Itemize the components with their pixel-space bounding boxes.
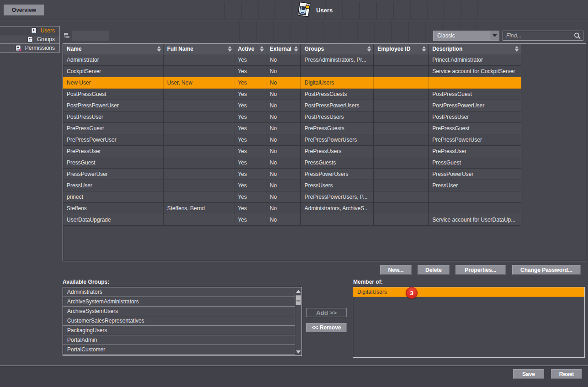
table-row[interactable]: PrePressUserYesNoPrePressUsersPrePressUs… — [63, 146, 521, 157]
table-row[interactable]: SteffensSteffens, BerndYesNoAdministrato… — [63, 203, 521, 214]
cell-active: Yes — [234, 100, 266, 111]
cell-active: Yes — [234, 54, 266, 66]
cell-description: Service account for UserDataUp... — [429, 214, 521, 226]
scroll-down-icon[interactable] — [295, 349, 302, 355]
cell-active: Yes — [234, 66, 266, 77]
list-item[interactable]: ArchiveSystemAdministrators — [63, 297, 295, 307]
cell-description: PressPowerUser — [429, 169, 521, 180]
list-item[interactable]: PortalAdmin — [63, 335, 295, 345]
sidebar-item-groups[interactable]: Groups — [0, 35, 59, 44]
table-row[interactable]: PressUserYesNoPressUsersPressUser — [63, 180, 521, 191]
cell-groups: PressUsers — [301, 180, 374, 191]
cell-full_name — [164, 146, 234, 157]
cell-employee_id — [374, 214, 429, 226]
table-row[interactable]: PrePressGuestYesNoPrePressGuestsPrePress… — [63, 123, 521, 134]
table-row[interactable]: PostPressUserYesNoPostPressUsersPostPres… — [63, 111, 521, 123]
sidebar-item-permissions[interactable]: Permissions — [0, 44, 59, 53]
column-header-full-name[interactable]: Full Name — [164, 44, 234, 54]
scroll-up-icon[interactable] — [295, 288, 302, 294]
chevron-down-icon[interactable] — [490, 31, 499, 40]
remove-group-button[interactable]: << Remove — [306, 323, 347, 332]
reset-button[interactable]: Reset — [551, 369, 582, 379]
list-item[interactable]: PortalCustomer — [63, 345, 295, 355]
scrollbar-thumb[interactable] — [296, 295, 301, 305]
cell-employee_id — [374, 180, 429, 191]
sidebar-item-label: Users — [41, 27, 55, 34]
column-header-name[interactable]: Name — [63, 44, 164, 54]
cell-active: Yes — [234, 214, 266, 226]
page-title-label: Users — [316, 7, 333, 14]
cell-description: PressGuest — [429, 157, 521, 169]
cell-name: Administrator — [63, 54, 164, 66]
sort-icon — [228, 46, 232, 52]
search-icon[interactable] — [573, 32, 581, 40]
scrollbar[interactable] — [295, 287, 302, 355]
find-input[interactable] — [503, 32, 573, 39]
cell-employee_id — [374, 54, 429, 66]
cell-active: Yes — [234, 146, 266, 157]
cell-name: PostPressPowerUser — [63, 100, 164, 111]
cell-description: PrePressGuest — [429, 123, 521, 134]
column-header-external[interactable]: External — [266, 44, 301, 54]
cell-groups: PostPressPowerUsers — [301, 100, 374, 111]
cell-description: Service account for CockpitServer — [429, 66, 521, 77]
table-row[interactable]: PostPressGuestYesNoPostPressGuestsPostPr… — [63, 89, 521, 100]
member-of-label: Member of: — [353, 279, 383, 285]
new-user-button[interactable]: New... — [380, 265, 412, 275]
cell-full_name — [164, 180, 234, 191]
add-group-button[interactable]: Add >> — [306, 308, 347, 317]
cell-full_name — [164, 54, 234, 66]
save-button[interactable]: Save — [513, 369, 544, 379]
cell-description: PrePressUser — [429, 146, 521, 157]
list-item[interactable]: CustomerSalesRepresentatives — [63, 316, 295, 326]
change-password-button[interactable]: Change Password... — [512, 265, 581, 275]
table-row[interactable]: PressGuestYesNoPressGuestsPressGuest — [63, 157, 521, 169]
table-row[interactable]: New UserUser, NewYesNoDigitalUsers — [63, 77, 521, 89]
quick-filter-input[interactable] — [72, 31, 109, 41]
column-header-employee-id[interactable]: Employee ID — [374, 44, 429, 54]
tree-view-icon[interactable] — [64, 32, 71, 39]
cell-description — [429, 77, 521, 89]
cell-external: No — [266, 214, 301, 226]
cell-description — [429, 203, 521, 214]
table-row[interactable]: UserDataUpgradeYesNoService account for … — [63, 214, 521, 226]
table-row[interactable]: PostPressPowerUserYesNoPostPressPowerUse… — [63, 100, 521, 111]
column-header-description[interactable]: Description — [429, 44, 521, 54]
find-field — [503, 31, 583, 41]
table-row[interactable]: AdministratorYesNoPressAdministrators, P… — [63, 54, 521, 66]
table-row[interactable]: PrePressPowerUserYesNoPrePressPowerUsers… — [63, 134, 521, 146]
cell-name: PostPressUser — [63, 111, 164, 123]
footer-bar: Save Reset — [0, 366, 588, 387]
column-header-groups[interactable]: Groups — [301, 44, 374, 54]
cell-groups: DigitalUsers — [301, 77, 374, 89]
cell-external: No — [266, 89, 301, 100]
list-item[interactable]: DigitalUsers — [353, 287, 584, 297]
cell-name: PostPressGuest — [63, 89, 164, 100]
cell-groups: Administrators, ArchiveS... — [301, 203, 374, 214]
sort-icon — [422, 46, 426, 52]
cell-groups: PrePressUsers — [301, 146, 374, 157]
list-item[interactable]: ArchiveSystemUsers — [63, 307, 295, 316]
table-row[interactable]: PressPowerUserYesNoPressPowerUsersPressP… — [63, 169, 521, 180]
sidebar-item-users[interactable]: Users — [0, 27, 59, 35]
view-style-dropdown[interactable]: Classic — [433, 31, 499, 41]
cell-active: Yes — [234, 191, 266, 203]
table-row[interactable]: CockpitServerYesNoService account for Co… — [63, 66, 521, 77]
list-item[interactable]: PackagingUsers — [63, 326, 295, 335]
user-card-icon — [31, 27, 37, 34]
sort-icon — [294, 46, 298, 52]
properties-button[interactable]: Properties... — [456, 265, 506, 275]
cell-groups: PrePressPowerUsers — [301, 134, 374, 146]
cell-full_name — [164, 157, 234, 169]
column-header-active[interactable]: Active — [234, 44, 266, 54]
cell-groups: PostPressGuests — [301, 89, 374, 100]
sidebar: Users Groups Permissions — [0, 26, 60, 53]
cell-full_name — [164, 66, 234, 77]
overview-button[interactable]: Overview — [4, 5, 44, 16]
cell-groups: PostPressUsers — [301, 111, 374, 123]
delete-user-button[interactable]: Delete — [418, 265, 450, 275]
cell-active: Yes — [234, 134, 266, 146]
cell-name: PrePressPowerUser — [63, 134, 164, 146]
list-item[interactable]: Administrators — [63, 287, 295, 297]
table-row[interactable]: prinectYesNoPrePressPowerUsers, P... — [63, 191, 521, 203]
